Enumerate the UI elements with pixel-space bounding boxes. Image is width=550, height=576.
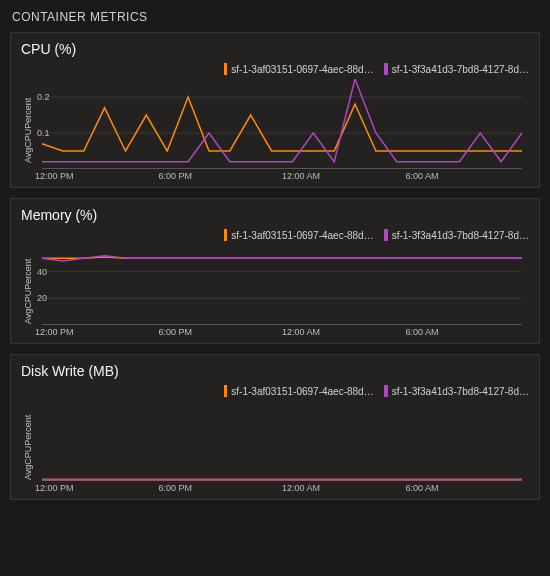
legend-item[interactable]: sf-1-3f3a41d3-7bd8-4127-8d… xyxy=(384,63,529,75)
chart-card-mem: Memory (%)sf-1-3af03151-0697-4aec-88d…sf… xyxy=(10,198,540,344)
legend: sf-1-3af03151-0697-4aec-88d…sf-1-3f3a41d… xyxy=(224,385,529,397)
legend-swatch-icon xyxy=(224,385,228,397)
legend: sf-1-3af03151-0697-4aec-88d…sf-1-3f3a41d… xyxy=(224,63,529,75)
chart-title: CPU (%) xyxy=(21,41,529,57)
legend-swatch-icon xyxy=(224,63,228,75)
x-tick-label: 12:00 PM xyxy=(35,483,159,493)
x-tick-label: 12:00 AM xyxy=(282,327,406,337)
x-tick-label: 12:00 PM xyxy=(35,327,159,337)
x-tick-label: 12:00 AM xyxy=(282,483,406,493)
legend-item[interactable]: sf-1-3af03151-0697-4aec-88d… xyxy=(224,63,374,75)
series-line xyxy=(42,97,522,151)
legend-item[interactable]: sf-1-3af03151-0697-4aec-88d… xyxy=(224,229,374,241)
chart-card-cpu: CPU (%)sf-1-3af03151-0697-4aec-88d…sf-1-… xyxy=(10,32,540,188)
legend-label: sf-1-3f3a41d3-7bd8-4127-8d… xyxy=(392,230,529,241)
y-axis-label: AvgCPUPercent xyxy=(21,79,35,181)
chart-svg xyxy=(35,79,529,169)
x-tick-label: 12:00 PM xyxy=(35,171,159,181)
legend-item[interactable]: sf-1-3f3a41d3-7bd8-4127-8d… xyxy=(384,229,529,241)
x-axis-ticks: 12:00 PM6:00 PM12:00 AM6:00 AM xyxy=(35,483,529,493)
legend-item[interactable]: sf-1-3af03151-0697-4aec-88d… xyxy=(224,385,374,397)
plot-area: 204012:00 PM6:00 PM12:00 AM6:00 AM xyxy=(35,245,529,337)
x-tick-label: 6:00 AM xyxy=(406,327,530,337)
y-tick-label: 40 xyxy=(37,267,47,277)
x-tick-label: 6:00 PM xyxy=(159,483,283,493)
charts-container: CPU (%)sf-1-3af03151-0697-4aec-88d…sf-1-… xyxy=(6,32,544,500)
x-tick-label: 12:00 AM xyxy=(282,171,406,181)
legend-swatch-icon xyxy=(384,229,388,241)
plot-area: 12:00 PM6:00 PM12:00 AM6:00 AM xyxy=(35,401,529,493)
legend-label: sf-1-3f3a41d3-7bd8-4127-8d… xyxy=(392,386,529,397)
legend: sf-1-3af03151-0697-4aec-88d…sf-1-3f3a41d… xyxy=(224,229,529,241)
legend-swatch-icon xyxy=(384,63,388,75)
x-tick-label: 6:00 AM xyxy=(406,171,530,181)
chart-card-disk: Disk Write (MB)sf-1-3af03151-0697-4aec-8… xyxy=(10,354,540,500)
x-tick-label: 6:00 PM xyxy=(159,327,283,337)
legend-swatch-icon xyxy=(384,385,388,397)
legend-label: sf-1-3af03151-0697-4aec-88d… xyxy=(231,386,373,397)
panel-title: CONTAINER METRICS xyxy=(6,6,544,32)
x-tick-label: 6:00 PM xyxy=(159,171,283,181)
series-line xyxy=(42,79,522,162)
y-axis-label: AvgCPUPercent xyxy=(21,245,35,337)
x-axis-ticks: 12:00 PM6:00 PM12:00 AM6:00 AM xyxy=(35,171,529,181)
x-axis-ticks: 12:00 PM6:00 PM12:00 AM6:00 AM xyxy=(35,327,529,337)
y-tick-label: 0.2 xyxy=(37,92,50,102)
y-axis-label: AvgCPUPercent xyxy=(21,401,35,493)
legend-item[interactable]: sf-1-3f3a41d3-7bd8-4127-8d… xyxy=(384,385,529,397)
legend-swatch-icon xyxy=(224,229,228,241)
legend-label: sf-1-3af03151-0697-4aec-88d… xyxy=(231,230,373,241)
chart-svg xyxy=(35,245,529,325)
chart-title: Memory (%) xyxy=(21,207,529,223)
legend-label: sf-1-3af03151-0697-4aec-88d… xyxy=(231,64,373,75)
x-tick-label: 6:00 AM xyxy=(406,483,530,493)
chart-title: Disk Write (MB) xyxy=(21,363,529,379)
legend-label: sf-1-3f3a41d3-7bd8-4127-8d… xyxy=(392,64,529,75)
y-tick-label: 20 xyxy=(37,293,47,303)
chart-svg xyxy=(35,401,529,481)
plot-area: 0.10.212:00 PM6:00 PM12:00 AM6:00 AM xyxy=(35,79,529,181)
series-line xyxy=(42,256,522,261)
y-tick-label: 0.1 xyxy=(37,128,50,138)
